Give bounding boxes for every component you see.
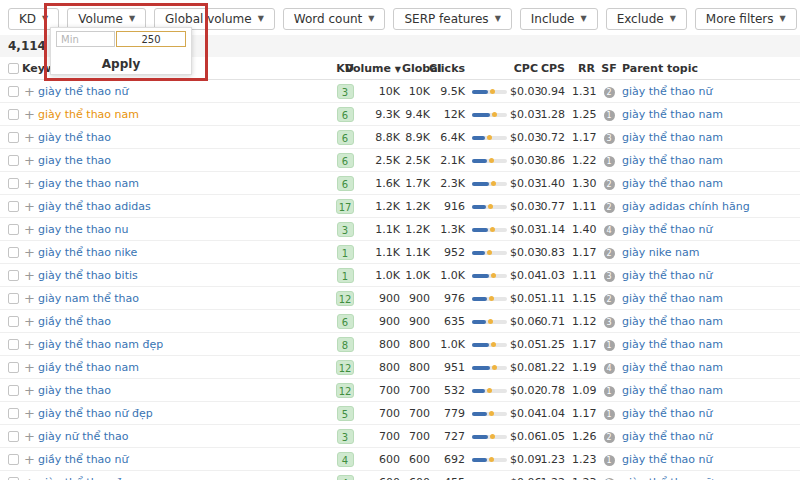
apply-button[interactable]: Apply: [51, 54, 191, 74]
serp-features-badge[interactable]: 2: [600, 471, 618, 480]
col-global[interactable]: Global: [402, 57, 430, 80]
keyword-link[interactable]: giày thể thao nam đẹp: [38, 338, 163, 351]
keyword-link[interactable]: giày thể thao bitis: [38, 269, 138, 282]
parent-topic-link[interactable]: giày thể thao nam: [622, 384, 723, 397]
parent-topic-link[interactable]: giày thể thao nữ: [622, 430, 713, 443]
keyword-link[interactable]: giày nữ thể thao: [38, 430, 129, 443]
row-checkbox[interactable]: [8, 316, 19, 327]
serp-features-badge[interactable]: 3: [600, 264, 618, 287]
volume-min-input[interactable]: [56, 31, 115, 47]
expand-plus-icon[interactable]: +: [24, 149, 35, 172]
parent-topic-link[interactable]: giày thể thao nam: [622, 315, 723, 328]
expand-plus-icon[interactable]: +: [24, 333, 35, 356]
serp-features-badge[interactable]: 2: [600, 80, 618, 103]
volume-min-value-input[interactable]: [116, 31, 186, 47]
expand-plus-icon[interactable]: +: [24, 448, 35, 471]
col-volume[interactable]: Volume ▼: [345, 57, 400, 80]
expand-plus-icon[interactable]: +: [24, 379, 35, 402]
expand-plus-icon[interactable]: +: [24, 471, 35, 480]
filter-button[interactable]: Word count ▼: [283, 8, 386, 30]
parent-topic-link[interactable]: giày thể thao nữ: [622, 269, 713, 282]
parent-topic-link[interactable]: giày thể thao nữ: [622, 223, 713, 236]
keyword-link[interactable]: giay the thao nam: [38, 177, 139, 190]
select-all-checkbox[interactable]: [8, 63, 19, 74]
filter-button[interactable]: More filters ▼: [695, 8, 797, 30]
keyword-link[interactable]: giày thể thao nữ đẹp: [38, 407, 153, 420]
parent-topic-link[interactable]: giày thể thao nam: [622, 154, 723, 167]
expand-plus-icon[interactable]: +: [24, 126, 35, 149]
parent-topic-link[interactable]: giày adidas chính hãng: [622, 200, 750, 213]
keyword-link[interactable]: giày thể thao: [38, 131, 111, 144]
parent-topic-link[interactable]: giày thể thao nam: [622, 177, 723, 190]
row-checkbox[interactable]: [8, 155, 19, 166]
row-checkbox[interactable]: [8, 247, 19, 258]
serp-features-badge[interactable]: 4: [600, 356, 618, 379]
keyword-link[interactable]: giay the thao nu: [38, 223, 129, 236]
col-sf[interactable]: SF: [600, 57, 618, 80]
keyword-link[interactable]: giày thể thao nike: [38, 246, 137, 259]
keyword-link[interactable]: giầy thể thao nam: [38, 361, 139, 374]
parent-topic-link[interactable]: giày thể thao nữ: [622, 453, 713, 466]
row-checkbox[interactable]: [8, 86, 19, 97]
serp-features-badge[interactable]: 1: [600, 333, 618, 356]
serp-features-badge[interactable]: 3: [600, 310, 618, 333]
parent-topic-link[interactable]: giày thể thao nam: [622, 131, 723, 144]
serp-features-badge[interactable]: 1: [600, 103, 618, 126]
col-cpc[interactable]: CPC: [510, 57, 538, 80]
keyword-link[interactable]: giầy thể thao: [38, 315, 111, 328]
serp-features-badge[interactable]: 1: [600, 149, 618, 172]
parent-topic-link[interactable]: giày thể thao nữ: [622, 85, 713, 98]
serp-features-badge[interactable]: 2: [600, 425, 618, 448]
parent-topic-link[interactable]: giày thể thao nam: [622, 361, 723, 374]
expand-plus-icon[interactable]: +: [24, 264, 35, 287]
expand-plus-icon[interactable]: +: [24, 103, 35, 126]
row-checkbox[interactable]: [8, 109, 19, 120]
parent-topic-link[interactable]: giày thể thao nữ: [622, 407, 713, 420]
keyword-link[interactable]: giày thể thao nữ: [38, 85, 129, 98]
expand-plus-icon[interactable]: +: [24, 80, 35, 103]
expand-plus-icon[interactable]: +: [24, 356, 35, 379]
serp-features-badge[interactable]: 4: [600, 218, 618, 241]
expand-plus-icon[interactable]: +: [24, 218, 35, 241]
expand-plus-icon[interactable]: +: [24, 425, 35, 448]
keyword-link[interactable]: giầy thể thao nữ: [38, 453, 129, 466]
filter-button[interactable]: Exclude ▼: [606, 8, 687, 30]
filter-button[interactable]: SERP features ▼: [393, 8, 511, 30]
serp-features-badge[interactable]: 2: [600, 195, 618, 218]
parent-topic-link[interactable]: giày thể thao nam: [622, 338, 723, 351]
expand-plus-icon[interactable]: +: [24, 195, 35, 218]
serp-features-badge[interactable]: 2: [600, 241, 618, 264]
keyword-link[interactable]: giày thể thao đẹp: [38, 476, 135, 480]
row-checkbox[interactable]: [8, 362, 19, 373]
row-checkbox[interactable]: [8, 385, 19, 396]
col-clicks[interactable]: Clicks: [427, 57, 465, 80]
row-checkbox[interactable]: [8, 408, 19, 419]
parent-topic-link[interactable]: giày nike nam: [622, 246, 699, 259]
parent-topic-link[interactable]: giày thể thao nữ: [622, 476, 713, 480]
serp-features-badge[interactable]: 3: [600, 126, 618, 149]
parent-topic-link[interactable]: giày thể thao nam: [622, 108, 723, 121]
expand-plus-icon[interactable]: +: [24, 310, 35, 333]
serp-features-badge[interactable]: 1: [600, 379, 618, 402]
row-checkbox[interactable]: [8, 293, 19, 304]
filter-button[interactable]: Include ▼: [520, 8, 598, 30]
expand-plus-icon[interactable]: +: [24, 287, 35, 310]
serp-features-badge[interactable]: 2: [600, 172, 618, 195]
expand-plus-icon[interactable]: +: [24, 172, 35, 195]
expand-plus-icon[interactable]: +: [24, 402, 35, 425]
row-checkbox[interactable]: [8, 224, 19, 235]
serp-features-badge[interactable]: 2: [600, 287, 618, 310]
row-checkbox[interactable]: [8, 431, 19, 442]
row-checkbox[interactable]: [8, 339, 19, 350]
row-checkbox[interactable]: [8, 132, 19, 143]
parent-topic-link[interactable]: giày thể thao nam: [622, 292, 723, 305]
row-checkbox[interactable]: [8, 454, 19, 465]
serp-features-badge[interactable]: 1: [600, 448, 618, 471]
keyword-link[interactable]: giay the thao: [38, 154, 111, 167]
expand-plus-icon[interactable]: +: [24, 241, 35, 264]
row-checkbox[interactable]: [8, 178, 19, 189]
row-checkbox[interactable]: [8, 270, 19, 281]
keyword-link[interactable]: giày thể thao adidas: [38, 200, 151, 213]
keyword-link[interactable]: giày thể thao nam: [38, 108, 139, 121]
serp-features-badge[interactable]: 1: [600, 402, 618, 425]
